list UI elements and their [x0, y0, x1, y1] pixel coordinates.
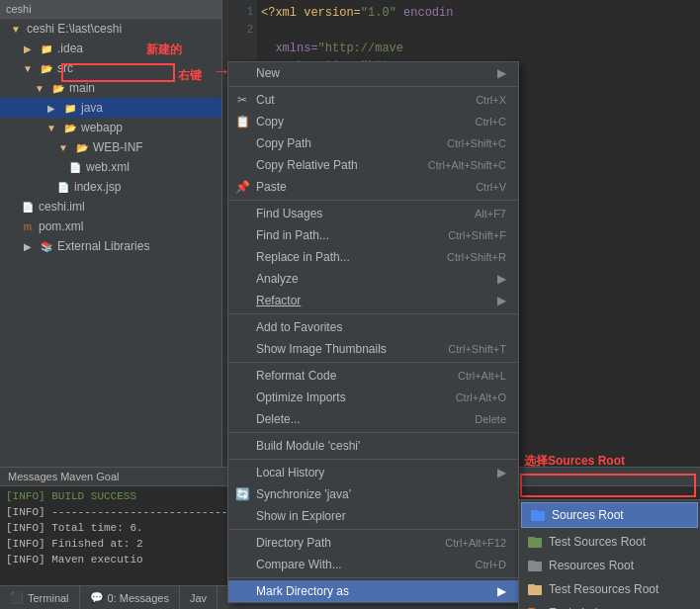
menu-item-analyze[interactable]: Analyze ▶: [228, 268, 518, 290]
menu-replaceinpath-label: Replace in Path...: [256, 250, 350, 264]
test-sources-icon: [527, 534, 543, 550]
menu-item-copyrelpath[interactable]: Copy Relative Path Ctrl+Alt+Shift+C: [228, 154, 518, 176]
xml-version-val: "1.0": [361, 6, 396, 20]
svg-rect-7: [528, 584, 535, 587]
cut-icon: ✂: [234, 92, 250, 108]
menu-item-reformat[interactable]: Reformat Code Ctrl+Alt+L: [228, 365, 518, 387]
menu-copypath-label: Copy Path: [256, 136, 311, 150]
tree-label-extlibs: External Libraries: [57, 239, 149, 253]
tree-item-idea[interactable]: ▶ 📁 .idea: [0, 39, 221, 58]
menu-sep-1: [228, 86, 518, 87]
sync-icon: 🔄: [234, 486, 250, 502]
menu-copy-shortcut: Ctrl+C: [476, 116, 506, 128]
menu-dirpath-label: Directory Path: [256, 536, 331, 550]
menu-item-showthumbs[interactable]: Show Image Thumbnails Ctrl+Shift+T: [228, 338, 518, 360]
tree-item-indexjsp[interactable]: 📄 index.jsp: [0, 177, 221, 197]
java-expand-icon: ▶: [44, 100, 59, 116]
menu-item-new[interactable]: New ▶: [228, 62, 518, 84]
terminal-tab[interactable]: ⬛ Terminal: [0, 586, 80, 609]
submenu-sources-label: Sources Root: [552, 508, 624, 522]
messages-title: Messages Maven Goal: [8, 471, 120, 482]
tree-label-webapp: webapp: [81, 121, 123, 134]
menu-findusages-label: Find Usages: [256, 207, 322, 220]
tree-item-java[interactable]: ▶ 📁 java: [0, 98, 221, 118]
menu-sep-6: [228, 459, 518, 460]
maven-icon: m: [20, 218, 36, 234]
terminal-icon: ⬛: [10, 591, 24, 604]
menu-delete-shortcut: Delete: [475, 413, 506, 425]
tree-item-webxml[interactable]: 📄 web.xml: [0, 157, 221, 177]
menu-item-cut[interactable]: ✂ Cut Ctrl+X: [228, 89, 518, 111]
menu-item-synchronize[interactable]: 🔄 Synchronize 'java': [228, 483, 518, 505]
context-menu: New ▶ ✂ Cut Ctrl+X 📋 Copy Ctrl+C Copy Pa…: [227, 61, 519, 603]
menu-item-refactor[interactable]: Refactor ▶: [228, 290, 518, 311]
submenu: Sources Root Test Sources Root Resources…: [518, 499, 700, 609]
menu-copyrelpath-label: Copy Relative Path: [256, 158, 358, 172]
menu-item-findinpath[interactable]: Find in Path... Ctrl+Shift+F: [228, 224, 518, 246]
java-tab[interactable]: Jav: [180, 586, 218, 609]
menu-new-arrow: ▶: [497, 66, 506, 80]
test-resources-icon: [527, 581, 543, 597]
menu-refactor-label: Refactor: [256, 294, 301, 307]
menu-item-showinexplorer[interactable]: Show in Explorer: [228, 505, 518, 527]
submenu-resources-label: Resources Root: [549, 559, 634, 572]
tree-item-main[interactable]: ▼ 📂 main: [0, 78, 221, 98]
submenu-item-testresources[interactable]: Test Resources Root: [519, 577, 700, 601]
main-expand-icon: ▼: [32, 80, 47, 96]
menu-item-copy[interactable]: 📋 Copy Ctrl+C: [228, 111, 518, 132]
menu-analyze-arrow: ▶: [497, 272, 506, 286]
tree-label-pomxml: pom.xml: [39, 219, 83, 233]
menu-item-delete[interactable]: Delete... Delete: [228, 408, 518, 430]
menu-item-dirpath[interactable]: Directory Path Ctrl+Alt+F12: [228, 532, 518, 554]
menu-sep-5: [228, 432, 518, 433]
menu-markdir-arrow: ▶: [497, 584, 506, 598]
menu-item-optimizeimports[interactable]: Optimize Imports Ctrl+Alt+O: [228, 387, 518, 408]
line-number-2: 2: [222, 18, 257, 36]
folder-icon: ▶: [20, 41, 36, 56]
menu-item-replaceinpath[interactable]: Replace in Path... Ctrl+Shift+R: [228, 246, 518, 268]
tree-item-pomxml[interactable]: m pom.xml: [0, 217, 221, 236]
tree-item-ceshiiml[interactable]: 📄 ceshi.iml: [0, 197, 221, 217]
project-title: ceshi: [6, 3, 32, 15]
tree-label-java: java: [81, 101, 103, 115]
editor-line-xmlns: xmlns="http://mave: [261, 40, 696, 57]
webinf-expand-icon: ▼: [55, 139, 71, 155]
menu-showthumbs-label: Show Image Thumbnails: [256, 342, 387, 356]
submenu-item-sources[interactable]: Sources Root: [521, 502, 698, 528]
menu-showthumbs-shortcut: Ctrl+Shift+T: [448, 343, 506, 355]
menu-reformat-shortcut: Ctrl+Alt+L: [458, 370, 506, 382]
xml-xmlns-attr: xmlns=: [261, 42, 318, 55]
project-panel-header: ceshi: [0, 0, 221, 19]
menu-sep-4: [228, 362, 518, 363]
menu-addtofav-label: Add to Favorites: [256, 320, 342, 334]
menu-item-paste[interactable]: 📌 Paste Ctrl+V: [228, 176, 518, 198]
menu-item-localhistory[interactable]: Local History ▶: [228, 462, 518, 483]
submenu-item-resources[interactable]: Resources Root: [519, 554, 700, 577]
excluded-icon: [527, 605, 543, 609]
menu-item-findusages[interactable]: Find Usages Alt+F7: [228, 203, 518, 224]
src-expand-icon: ▼: [20, 60, 36, 76]
menu-item-markdir[interactable]: Mark Directory as ▶: [228, 580, 518, 602]
tree-item-src[interactable]: ▼ 📂 src: [0, 58, 221, 78]
menu-item-buildmodule[interactable]: Build Module 'ceshi': [228, 435, 518, 457]
tree-label-webxml: web.xml: [86, 160, 130, 174]
tree-item-ceshi[interactable]: ▼ ceshi E:\last\ceshi: [0, 19, 221, 39]
messages-tab[interactable]: 💬 0: Messages: [80, 586, 180, 609]
menu-item-comparewith[interactable]: Compare With... Ctrl+D: [228, 554, 518, 575]
submenu-item-excluded[interactable]: Excluded: [519, 601, 700, 609]
copy-icon: 📋: [234, 114, 250, 130]
main-folder-icon: 📂: [50, 80, 66, 96]
menu-item-copypath[interactable]: Copy Path Ctrl+Shift+C: [228, 132, 518, 154]
tree-label-ceshi: ceshi E:\last\ceshi: [27, 22, 122, 36]
menu-sep-8: [228, 577, 518, 578]
tree-item-webinf[interactable]: ▼ 📂 WEB-INF: [0, 137, 221, 157]
tree-label-main: main: [69, 81, 95, 95]
sources-folder-icon: [530, 507, 546, 523]
extlibs-expand-icon: ▶: [20, 238, 36, 254]
menu-dirpath-shortcut: Ctrl+Alt+F12: [445, 537, 506, 549]
tree-item-webapp[interactable]: ▼ 📂 webapp: [0, 118, 221, 137]
menu-item-addtofav[interactable]: Add to Favorites: [228, 316, 518, 338]
submenu-item-testsources[interactable]: Test Sources Root: [519, 530, 700, 554]
tree-item-extlibs[interactable]: ▶ 📚 External Libraries: [0, 236, 221, 256]
xml-xmlns-val: "http://mave: [318, 42, 403, 55]
